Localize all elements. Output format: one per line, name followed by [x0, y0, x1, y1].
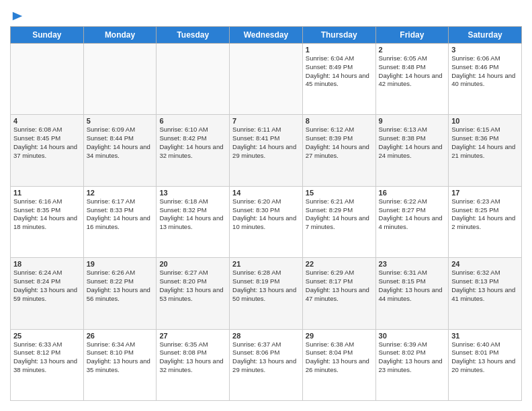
day-number: 10: [451, 117, 519, 125]
calendar-day-cell: 24Sunrise: 6:32 AMSunset: 8:13 PMDayligh…: [449, 258, 522, 329]
day-info: Sunrise: 6:35 AMSunset: 8:08 PMDaylight:…: [159, 340, 226, 375]
day-info: Sunrise: 6:12 AMSunset: 8:39 PMDaylight:…: [306, 126, 373, 160]
day-info: Sunrise: 6:26 AMSunset: 8:22 PMDaylight:…: [87, 269, 154, 303]
calendar-day-header: Wednesday: [230, 27, 303, 44]
day-info: Sunrise: 6:17 AMSunset: 8:33 PMDaylight:…: [87, 197, 154, 232]
day-info: Sunrise: 6:22 AMSunset: 8:27 PMDaylight:…: [379, 197, 446, 232]
calendar-day-cell: 9Sunrise: 6:13 AMSunset: 8:38 PMDaylight…: [375, 115, 449, 186]
day-number: 24: [451, 260, 519, 268]
day-number: 11: [13, 189, 81, 197]
day-info: Sunrise: 6:24 AMSunset: 8:24 PMDaylight:…: [13, 269, 81, 303]
day-number: 12: [87, 189, 154, 197]
header: [10, 10, 522, 19]
day-number: 15: [306, 189, 373, 197]
calendar-day-cell: 23Sunrise: 6:31 AMSunset: 8:15 PMDayligh…: [375, 258, 449, 329]
calendar-day-cell: 5Sunrise: 6:09 AMSunset: 8:44 PMDaylight…: [83, 115, 157, 186]
day-number: 8: [306, 117, 373, 125]
day-info: Sunrise: 6:18 AMSunset: 8:32 PMDaylight:…: [159, 197, 226, 232]
calendar-day-cell: 15Sunrise: 6:21 AMSunset: 8:29 PMDayligh…: [302, 186, 375, 257]
calendar-week-row: 1Sunrise: 6:04 AMSunset: 8:49 PMDaylight…: [11, 44, 522, 115]
day-info: Sunrise: 6:15 AMSunset: 8:36 PMDaylight:…: [451, 126, 519, 160]
day-number: 29: [306, 332, 373, 340]
day-number: 25: [13, 332, 81, 340]
day-number: 5: [87, 117, 154, 125]
day-info: Sunrise: 6:33 AMSunset: 8:12 PMDaylight:…: [13, 340, 81, 375]
logo: [10, 10, 24, 19]
calendar-day-header: Thursday: [302, 27, 375, 44]
day-info: Sunrise: 6:32 AMSunset: 8:13 PMDaylight:…: [451, 269, 519, 303]
day-info: Sunrise: 6:31 AMSunset: 8:15 PMDaylight:…: [379, 269, 446, 303]
calendar-day-header: Saturday: [449, 27, 522, 44]
day-info: Sunrise: 6:37 AMSunset: 8:06 PMDaylight:…: [232, 340, 300, 375]
calendar-day-header: Tuesday: [157, 27, 230, 44]
day-number: 4: [13, 117, 81, 125]
day-number: 19: [87, 260, 154, 268]
day-number: 21: [232, 260, 300, 268]
day-info: Sunrise: 6:40 AMSunset: 8:01 PMDaylight:…: [451, 340, 519, 375]
day-info: Sunrise: 6:34 AMSunset: 8:10 PMDaylight:…: [87, 340, 154, 375]
calendar-header-row: SundayMondayTuesdayWednesdayThursdayFrid…: [11, 27, 522, 44]
day-number: 18: [13, 260, 81, 268]
day-number: 7: [232, 117, 300, 125]
calendar-week-row: 11Sunrise: 6:16 AMSunset: 8:35 PMDayligh…: [11, 186, 522, 257]
calendar-week-row: 18Sunrise: 6:24 AMSunset: 8:24 PMDayligh…: [11, 258, 522, 329]
day-number: 22: [306, 260, 373, 268]
day-info: Sunrise: 6:21 AMSunset: 8:29 PMDaylight:…: [306, 197, 373, 232]
day-info: Sunrise: 6:27 AMSunset: 8:20 PMDaylight:…: [159, 269, 226, 303]
calendar-day-cell: 28Sunrise: 6:37 AMSunset: 8:06 PMDayligh…: [230, 329, 303, 400]
calendar-day-cell: 16Sunrise: 6:22 AMSunset: 8:27 PMDayligh…: [375, 186, 449, 257]
day-number: 9: [379, 117, 446, 125]
day-number: 26: [87, 332, 154, 340]
calendar-day-header: Friday: [375, 27, 449, 44]
calendar-day-cell: 20Sunrise: 6:27 AMSunset: 8:20 PMDayligh…: [157, 258, 230, 329]
day-info: Sunrise: 6:39 AMSunset: 8:02 PMDaylight:…: [379, 340, 446, 375]
day-info: Sunrise: 6:16 AMSunset: 8:35 PMDaylight:…: [13, 197, 81, 232]
calendar-day-cell: 22Sunrise: 6:29 AMSunset: 8:17 PMDayligh…: [302, 258, 375, 329]
day-number: 14: [232, 189, 300, 197]
calendar-day-cell: 17Sunrise: 6:23 AMSunset: 8:25 PMDayligh…: [449, 186, 522, 257]
calendar-day-header: Sunday: [11, 27, 84, 44]
day-info: Sunrise: 6:23 AMSunset: 8:25 PMDaylight:…: [451, 197, 519, 232]
calendar-day-cell: 10Sunrise: 6:15 AMSunset: 8:36 PMDayligh…: [449, 115, 522, 186]
day-number: 2: [379, 46, 446, 54]
calendar-day-cell: [11, 44, 84, 115]
day-number: 30: [379, 332, 446, 340]
day-number: 31: [451, 332, 519, 340]
calendar-day-cell: 12Sunrise: 6:17 AMSunset: 8:33 PMDayligh…: [83, 186, 157, 257]
calendar-day-cell: [83, 44, 157, 115]
page: SundayMondayTuesdayWednesdayThursdayFrid…: [0, 0, 532, 411]
day-info: Sunrise: 6:13 AMSunset: 8:38 PMDaylight:…: [379, 126, 446, 160]
day-info: Sunrise: 6:04 AMSunset: 8:49 PMDaylight:…: [306, 54, 373, 89]
day-info: Sunrise: 6:20 AMSunset: 8:30 PMDaylight:…: [232, 197, 300, 232]
day-info: Sunrise: 6:09 AMSunset: 8:44 PMDaylight:…: [87, 126, 154, 160]
calendar-day-cell: 2Sunrise: 6:05 AMSunset: 8:48 PMDaylight…: [375, 44, 449, 115]
day-info: Sunrise: 6:06 AMSunset: 8:46 PMDaylight:…: [451, 54, 519, 89]
calendar-week-row: 25Sunrise: 6:33 AMSunset: 8:12 PMDayligh…: [11, 329, 522, 400]
calendar-day-cell: 21Sunrise: 6:28 AMSunset: 8:19 PMDayligh…: [230, 258, 303, 329]
calendar-day-cell: 6Sunrise: 6:10 AMSunset: 8:42 PMDaylight…: [157, 115, 230, 186]
calendar-day-cell: 19Sunrise: 6:26 AMSunset: 8:22 PMDayligh…: [83, 258, 157, 329]
day-info: Sunrise: 6:29 AMSunset: 8:17 PMDaylight:…: [306, 269, 373, 303]
calendar-day-header: Monday: [83, 27, 157, 44]
calendar-week-row: 4Sunrise: 6:08 AMSunset: 8:45 PMDaylight…: [11, 115, 522, 186]
day-info: Sunrise: 6:28 AMSunset: 8:19 PMDaylight:…: [232, 269, 300, 303]
day-number: 20: [159, 260, 226, 268]
calendar-day-cell: 26Sunrise: 6:34 AMSunset: 8:10 PMDayligh…: [83, 329, 157, 400]
calendar-day-cell: 3Sunrise: 6:06 AMSunset: 8:46 PMDaylight…: [449, 44, 522, 115]
calendar-day-cell: 27Sunrise: 6:35 AMSunset: 8:08 PMDayligh…: [157, 329, 230, 400]
calendar-day-cell: 31Sunrise: 6:40 AMSunset: 8:01 PMDayligh…: [449, 329, 522, 400]
calendar-day-cell: 29Sunrise: 6:38 AMSunset: 8:04 PMDayligh…: [302, 329, 375, 400]
day-info: Sunrise: 6:10 AMSunset: 8:42 PMDaylight:…: [159, 126, 226, 160]
day-number: 17: [451, 189, 519, 197]
day-info: Sunrise: 6:05 AMSunset: 8:48 PMDaylight:…: [379, 54, 446, 89]
calendar-day-cell: 1Sunrise: 6:04 AMSunset: 8:49 PMDaylight…: [302, 44, 375, 115]
calendar-day-cell: 14Sunrise: 6:20 AMSunset: 8:30 PMDayligh…: [230, 186, 303, 257]
day-number: 3: [451, 46, 519, 54]
day-number: 13: [159, 189, 226, 197]
day-number: 6: [159, 117, 226, 125]
calendar-day-cell: [157, 44, 230, 115]
calendar-day-cell: 30Sunrise: 6:39 AMSunset: 8:02 PMDayligh…: [375, 329, 449, 400]
calendar-day-cell: 11Sunrise: 6:16 AMSunset: 8:35 PMDayligh…: [11, 186, 84, 257]
calendar-day-cell: 7Sunrise: 6:11 AMSunset: 8:41 PMDaylight…: [230, 115, 303, 186]
day-number: 23: [379, 260, 446, 268]
